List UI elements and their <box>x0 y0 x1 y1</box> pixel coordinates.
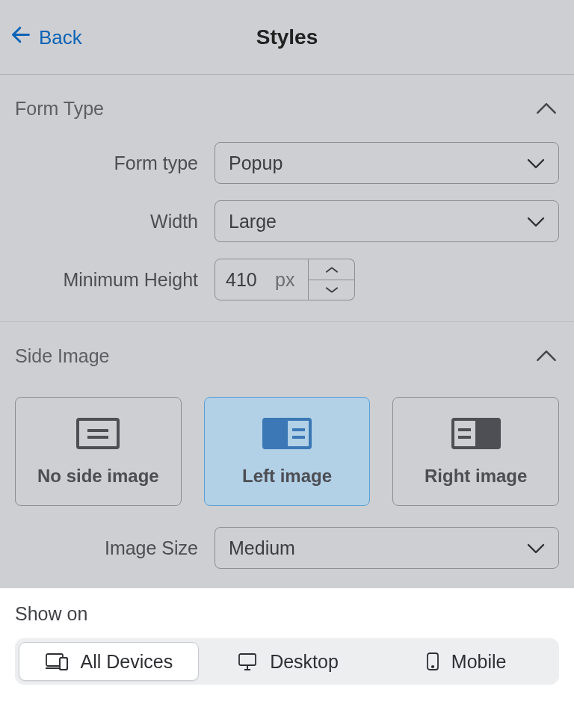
card-right-image[interactable]: Right image <box>392 397 559 506</box>
back-button[interactable]: Back <box>10 24 82 50</box>
card-no-side-image-label: No side image <box>37 466 159 487</box>
select-image-size[interactable]: Medium <box>215 527 559 569</box>
devices-icon <box>45 652 69 671</box>
min-height-value: 410 <box>215 269 275 291</box>
stepper-down-button[interactable] <box>309 280 354 300</box>
segment-all-devices-label: All Devices <box>81 651 173 673</box>
back-label: Back <box>39 25 82 49</box>
header-bar: Back Styles <box>0 0 574 75</box>
section-side-image-header[interactable]: Side Image <box>15 322 559 389</box>
svg-rect-4 <box>265 421 288 446</box>
mobile-icon <box>426 652 439 671</box>
min-height-stepper <box>309 259 355 300</box>
row-form-type: Form type Popup <box>15 142 559 184</box>
card-right-image-label: Right image <box>425 466 527 487</box>
back-arrow-icon <box>10 24 31 50</box>
svg-rect-8 <box>475 421 498 446</box>
segment-all-devices[interactable]: All Devices <box>19 642 199 681</box>
section-side-image: Side Image No side image <box>0 322 574 590</box>
page-title: Styles <box>256 25 318 49</box>
select-image-size-value: Medium <box>229 537 295 559</box>
segment-mobile[interactable]: Mobile <box>377 642 555 681</box>
section-form-type: Form Type Form type Popup Width Large <box>0 75 574 322</box>
label-min-height: Minimum Height <box>15 269 215 291</box>
segment-desktop[interactable]: Desktop <box>199 642 377 681</box>
row-image-size: Image Size Medium <box>15 527 559 569</box>
segment-mobile-label: Mobile <box>451 651 507 673</box>
desktop-icon <box>237 652 258 671</box>
svg-rect-13 <box>60 658 67 670</box>
card-no-side-image[interactable]: No side image <box>15 397 182 506</box>
show-on-title: Show on <box>15 603 559 625</box>
row-min-height: Minimum Height 410 px <box>15 259 559 300</box>
min-height-unit: px <box>275 269 308 291</box>
device-segment: All Devices Desktop Mobile <box>15 638 559 685</box>
chevron-down-icon <box>527 152 545 174</box>
min-height-input[interactable]: 410 px <box>215 259 309 300</box>
chevron-down-icon <box>527 537 545 559</box>
label-width: Width <box>15 211 215 232</box>
chevron-down-icon <box>527 211 545 232</box>
right-image-icon <box>451 416 501 451</box>
svg-rect-15 <box>239 654 256 665</box>
show-on-panel: Show on All Devices Desktop <box>0 588 574 728</box>
svg-rect-0 <box>78 419 118 448</box>
section-form-type-title: Form Type <box>15 98 104 120</box>
row-width: Width Large <box>15 200 559 242</box>
card-left-image[interactable]: Left image <box>204 397 371 506</box>
label-image-size: Image Size <box>15 537 215 559</box>
no-side-image-icon <box>75 416 120 451</box>
chevron-up-icon <box>534 343 559 368</box>
section-form-type-header[interactable]: Form Type <box>15 75 559 142</box>
section-side-image-title: Side Image <box>15 345 109 367</box>
side-image-options: No side image Left image <box>15 397 559 506</box>
segment-desktop-label: Desktop <box>270 651 339 673</box>
left-image-icon <box>262 416 312 451</box>
label-form-type: Form type <box>15 152 215 174</box>
chevron-up-icon <box>534 96 559 121</box>
select-width-value: Large <box>229 211 277 232</box>
select-width[interactable]: Large <box>215 200 559 242</box>
select-form-type[interactable]: Popup <box>215 142 559 184</box>
stepper-up-button[interactable] <box>309 259 354 280</box>
select-form-type-value: Popup <box>229 152 283 174</box>
min-height-field-group: 410 px <box>215 259 355 300</box>
svg-point-19 <box>432 666 433 667</box>
card-left-image-label: Left image <box>242 466 332 487</box>
